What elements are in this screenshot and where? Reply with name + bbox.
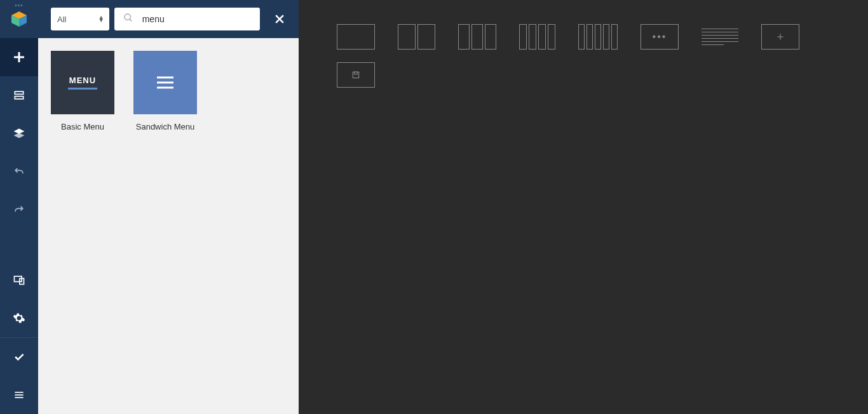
basic-menu-underline [68,88,97,90]
basic-menu-thumb: MENU [51,51,114,114]
row-layout-button[interactable] [0,76,38,114]
elements-panel: All ▲▼ MENU Basic Menu [38,0,299,414]
plus-icon [776,32,785,41]
search-input[interactable] [142,14,254,24]
layout-custom[interactable]: ••• [641,24,679,50]
undo-icon [13,165,25,178]
add-element-button[interactable] [0,38,38,76]
svg-rect-24 [355,72,358,74]
drag-dots-icon: ••• [15,2,24,9]
publish-button[interactable] [0,338,38,376]
layout-2col[interactable] [398,24,435,50]
redo-icon [13,203,25,216]
search-icon [123,13,133,25]
layout-1col[interactable] [337,24,375,50]
hamburger-icon [13,389,25,401]
element-sandwich-menu[interactable]: Sandwich Menu [133,51,197,131]
svg-rect-5 [15,91,23,94]
svg-rect-23 [353,72,358,77]
panel-header: All ▲▼ [38,0,299,38]
updown-icon: ▲▼ [98,16,104,22]
gear-icon [13,312,25,324]
layout-presets-row: ••• [337,24,830,50]
menu-toggle-button[interactable] [0,376,38,414]
brand-cube-icon [10,10,29,29]
svg-rect-6 [15,97,23,99]
settings-button[interactable] [0,299,38,337]
svg-point-14 [125,14,130,20]
layout-3col[interactable] [458,24,496,50]
logo[interactable]: ••• [0,0,38,38]
templates-button[interactable] [0,114,38,152]
layers-icon [13,127,25,140]
undo-button[interactable] [0,152,38,190]
check-icon [13,351,25,363]
dots-icon: ••• [653,31,667,43]
element-label: Sandwich Menu [136,122,195,131]
rows-icon [13,89,25,102]
devices-button[interactable] [0,261,38,299]
plus-icon [11,50,27,65]
layout-4col[interactable] [519,24,555,50]
devices-icon [13,274,25,286]
canvas-area: ••• [299,0,868,414]
panel-body: MENU Basic Menu Sandwich Menu [38,38,299,414]
layout-presets-row-2 [337,62,830,88]
layout-text-block[interactable] [702,24,738,50]
basic-menu-thumb-text: MENU [69,76,96,85]
svg-marker-8 [14,133,25,138]
category-filter-select[interactable]: All ▲▼ [51,8,109,30]
hamburger-icon [156,75,175,90]
sandwich-menu-thumb [133,51,197,114]
filter-selected-value: All [57,15,66,24]
save-icon [351,70,360,79]
element-label: Basic Menu [61,122,104,131]
main-sidebar: ••• [0,0,38,414]
layout-add[interactable] [761,24,799,50]
redo-button[interactable] [0,190,38,229]
layout-5col[interactable] [578,24,618,50]
element-basic-menu[interactable]: MENU Basic Menu [51,51,114,131]
layout-template[interactable] [337,62,375,88]
close-icon [273,13,286,25]
close-panel-button[interactable] [268,6,292,32]
search-field-wrap [114,8,260,30]
svg-line-15 [130,19,132,21]
